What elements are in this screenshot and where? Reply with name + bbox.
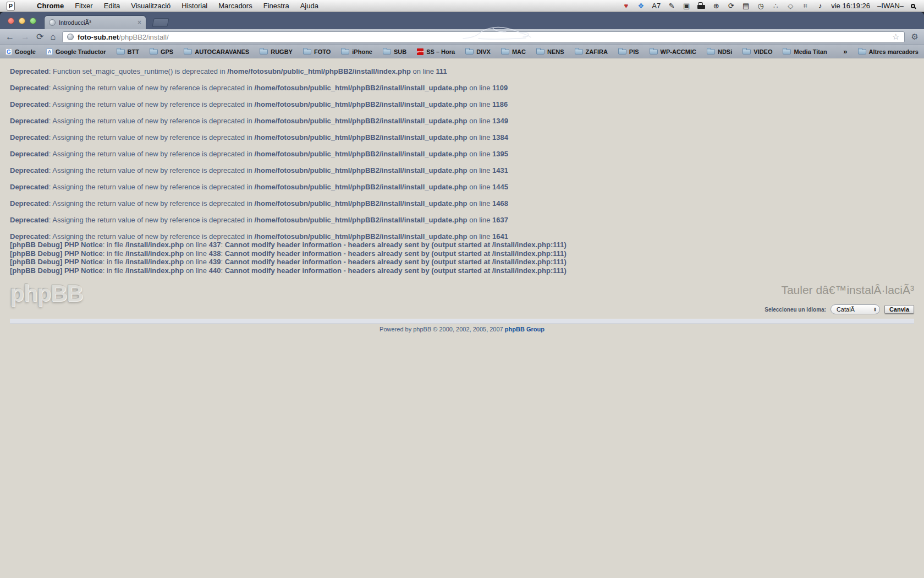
back-button[interactable]: ← — [6, 32, 14, 41]
minimize-window-button[interactable] — [19, 18, 25, 24]
bookmark-label: MAC — [512, 48, 526, 55]
bookmark-item[interactable]: BTT — [117, 48, 139, 55]
translate-icon: A — [46, 48, 53, 55]
bookmark-item[interactable]: FOTO — [303, 48, 331, 55]
bookmark-star-icon[interactable]: ☆ — [892, 32, 899, 42]
theme-car-sketch — [461, 25, 532, 41]
deprecated-warning-list: Deprecated: Function set_magic_quotes_ru… — [10, 67, 914, 241]
deprecated-warning: Deprecated: Assigning the return value o… — [10, 84, 914, 92]
menubar-menu[interactable]: Ajuda — [300, 2, 318, 10]
bookmark-item[interactable]: Media Titan — [783, 48, 827, 55]
forward-button[interactable]: → — [21, 32, 30, 41]
display-icon[interactable]: ▣ — [683, 0, 690, 12]
bookmark-label: RUGBY — [271, 48, 293, 55]
wifi-icon[interactable]: ◇ — [787, 0, 794, 12]
tab-close-icon[interactable]: × — [138, 19, 141, 26]
bookmark-item[interactable]: NENS — [536, 48, 564, 55]
menubar-menu[interactable]: Edita — [104, 2, 120, 10]
bookmark-label: PIS — [629, 48, 639, 55]
menubar-menu[interactable]: Historial — [182, 2, 207, 10]
sync-icon[interactable]: ⟳ — [727, 0, 735, 12]
tab-favicon-globe-icon — [49, 19, 56, 26]
bookmark-label: BTT — [128, 48, 139, 55]
deprecated-warning: Deprecated: Assigning the return value o… — [10, 183, 914, 191]
folder-icon — [117, 49, 125, 54]
bookmark-label: SUB — [394, 48, 406, 55]
menubar-menu[interactable]: Visualització — [131, 2, 170, 10]
bookmark-item[interactable]: NDSi — [707, 48, 732, 55]
spotlight-search-icon[interactable] — [911, 4, 915, 8]
close-window-button[interactable] — [8, 18, 14, 24]
menubar-menu[interactable]: Marcadors — [218, 2, 252, 10]
folder-icon — [743, 49, 751, 54]
bookmark-item[interactable]: VIDEO — [743, 48, 772, 55]
language-select-value: CatalÃ — [837, 306, 855, 313]
folder-icon — [341, 49, 349, 54]
bookmarks-overflow-chevron[interactable]: » — [843, 47, 847, 56]
debug-notice: [phpBB Debug] PHP Notice: in file /insta… — [10, 266, 914, 275]
bookmark-item[interactable]: G Google — [6, 48, 36, 55]
browser-tab[interactable]: IntroducciÃ³ × — [44, 15, 146, 29]
bookmark-item[interactable]: ZAFIRA — [575, 48, 608, 55]
deprecated-warning: Deprecated: Assigning the return value o… — [10, 150, 914, 158]
bookmark-item[interactable]: DIVX — [465, 48, 491, 55]
debug-notice: [phpBB Debug] PHP Notice: in file /insta… — [10, 258, 914, 266]
menubar-menu[interactable]: Finestra — [263, 2, 289, 10]
bookmark-item[interactable]: GPS — [150, 48, 173, 55]
bookmark-label: VIDEO — [754, 48, 772, 55]
phpbb-group-link[interactable]: phpBB Group — [505, 326, 544, 332]
folder-icon — [707, 49, 715, 54]
zoom-window-button[interactable] — [30, 18, 36, 24]
bookmark-label: Google Traductor — [56, 48, 106, 55]
folder-icon — [465, 49, 474, 54]
key-icon[interactable]: ✎ — [668, 0, 675, 12]
tab-title: IntroducciÃ³ — [59, 19, 134, 26]
dropbox-icon[interactable]: ❖ — [637, 0, 645, 12]
language-select[interactable]: CatalÃ ▲▼ — [831, 304, 880, 314]
bookmark-item[interactable]: SUB — [383, 48, 406, 55]
input-source-icon[interactable]: A7 — [652, 0, 661, 12]
wrench-menu-icon[interactable]: ⚙ — [911, 32, 919, 42]
bookmark-item[interactable]: RUGBY — [260, 48, 293, 55]
bluetooth-icon[interactable]: ∴ — [772, 0, 779, 12]
change-language-button[interactable]: Canvia — [884, 305, 914, 314]
bookmark-item[interactable]: gencat SS – Hora — [417, 48, 455, 55]
other-bookmarks-label: Altres marcadors — [869, 48, 919, 55]
other-bookmarks-folder[interactable]: Altres marcadors — [858, 48, 919, 55]
bookmark-item[interactable]: WP-ACCMIC — [650, 48, 696, 55]
volume-icon[interactable]: ♪ — [816, 0, 824, 12]
plus-icon[interactable]: ⊕ — [712, 0, 720, 12]
bookmark-item[interactable]: MAC — [501, 48, 526, 55]
google-icon: G — [6, 48, 12, 55]
reload-button[interactable]: ⟳ — [36, 32, 43, 41]
parallels-icon[interactable]: P — [7, 2, 15, 10]
bookmark-item[interactable]: AUTOCARAVANES — [184, 48, 249, 55]
folder-icon — [858, 49, 866, 54]
deprecated-warning: Deprecated: Function set_magic_quotes_ru… — [10, 67, 914, 75]
menubar-username[interactable]: –IWAN– — [877, 2, 904, 10]
keypad-icon[interactable]: ⌗ — [801, 0, 809, 12]
url-host: foto-sub.net — [78, 33, 119, 41]
bookmark-item[interactable]: A Google Traductor — [46, 48, 106, 55]
new-tab-button[interactable] — [152, 18, 169, 27]
shield-icon[interactable]: ♥ — [622, 0, 630, 12]
monitor-icon[interactable]: ▤ — [742, 0, 750, 12]
bookmark-label: Google — [15, 48, 36, 55]
folder-icon — [303, 49, 311, 54]
bookmark-label: DIVX — [476, 48, 491, 55]
menubar-menu[interactable]: Fitxer — [75, 2, 93, 10]
time-machine-icon[interactable]: ◷ — [757, 0, 765, 12]
bookmark-item[interactable]: iPhone — [341, 48, 372, 55]
bookmark-label: GPS — [161, 48, 173, 55]
menu-app-name[interactable]: Chrome — [37, 2, 64, 10]
menubar-clock[interactable]: vie 16:19:26 — [831, 2, 870, 10]
window-controls — [8, 18, 36, 24]
bookmark-item[interactable]: PIS — [618, 48, 639, 55]
bookmark-label: SS – Hora — [426, 48, 455, 55]
lock-icon[interactable] — [697, 5, 705, 9]
gencat-icon: gencat — [417, 48, 424, 55]
bookmark-label: WP-ACCMIC — [661, 48, 696, 55]
debug-notice: [phpBB Debug] PHP Notice: in file /insta… — [10, 249, 914, 258]
bookmark-label: NENS — [547, 48, 564, 55]
home-button[interactable]: ⌂ — [50, 32, 56, 41]
